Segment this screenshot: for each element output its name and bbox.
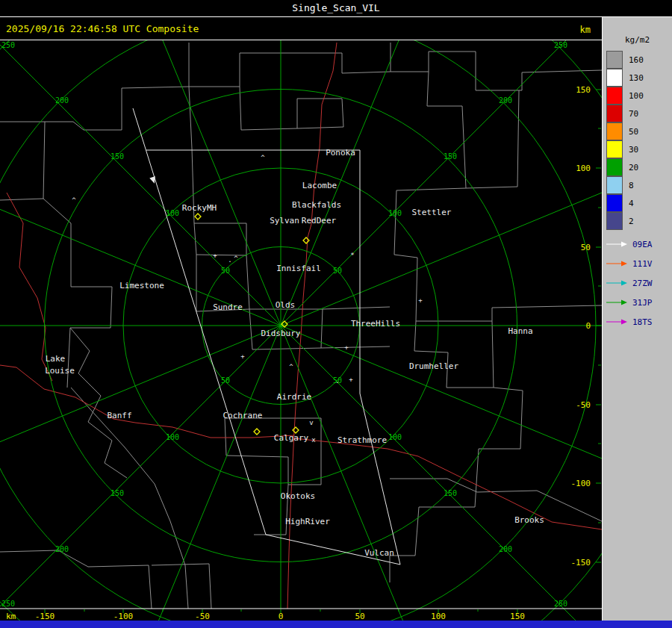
scale-swatch [606,176,623,194]
scale-value: 30 [629,145,638,155]
scale-row: 50 [603,122,672,140]
scale-value: 70 [629,109,638,119]
city-label-innisfail: Innisfail [276,264,321,273]
scale-swatch [606,122,623,140]
scale-row: 130 [603,69,672,87]
city-label-didsbury: Didsbury [261,329,301,338]
ring-label: 100 [166,209,179,217]
right-axis-label: -150 [571,558,591,568]
city-label-strathmore: Strathmore [337,435,387,445]
ring-label: 200 [55,96,69,105]
right-axis-label: 0 [585,321,591,331]
town-marker: * [350,252,354,259]
town-marker: + [349,376,353,383]
ring-label: 50 [221,267,230,275]
scale-row: 100 [603,87,672,105]
town-marker: ^ [234,255,238,262]
scale-row: 70 [603,105,672,122]
bottom-axis-label: -100 [113,612,134,621]
track-legend-row: 27ZW [603,273,672,293]
scale-row: 8 [603,176,672,194]
city-label-ponoka: Ponoka [326,148,355,158]
bottom-axis-unit-label: km [6,612,16,621]
scale-swatch [606,212,623,230]
ring-label: 250 [1,600,15,608]
ring-label: 50 [221,376,230,385]
town-markers: ^ ^ ^ ^ v + + + + + . . * x [72,154,423,444]
bottom-axis-label: 100 [431,612,446,621]
bottom-axis-label: -50 [195,612,210,621]
town-marker: . [335,377,339,385]
town-marker: ^ [72,196,76,204]
station-marker-diamond-icon [303,237,309,243]
track-arrow-icon [606,260,628,267]
scale-swatch [606,51,623,69]
track-arrow-icon [606,299,628,306]
scale-swatch [606,105,623,122]
scale-swatch [606,158,623,176]
track-id-label: 18TS [632,317,653,327]
scale-swatch [606,69,623,87]
track-legend-row: 111V [603,254,672,273]
ring-label: 200 [55,545,69,553]
ring-label: 250 [1,41,15,49]
track-arrow-icon [606,318,628,326]
bottom-axis-label: 0 [279,612,284,621]
station-marker-diamond-icon [293,427,299,433]
ring-label: 150 [444,152,457,161]
color-scale: 160 130 100 70 50 30 20 8 4 2 [603,51,672,230]
city-label-banff: Banff [107,411,131,420]
city-label-brooks: Brooks [514,515,544,525]
bottom-axis-label: 50 [355,612,364,621]
town-marker: . [228,256,231,264]
city-label-blackfalds: Blackfalds [292,200,341,210]
scale-value: 100 [629,91,644,101]
right-axis-label: -100 [571,479,591,488]
scale-row: 160 [603,51,672,69]
radar-map[interactable]: 50 100 150 200 250 50 100 150 200 250 50… [0,40,602,621]
scale-unit-label: kg/m2 [603,35,672,45]
legend-panel: kg/m2 160 130 100 70 50 30 20 8 4 2 09EA… [602,17,672,621]
track-arrow-icon [606,279,628,287]
right-axis-label: 100 [576,164,591,173]
city-label-airdrie: Airdrie [277,392,311,402]
right-axis-unit-label: km [580,25,591,35]
scale-swatch [606,194,623,212]
axis-labels: km -150 -100 -50 0 50 100 150 150 100 50… [6,85,591,621]
bottom-bar [0,621,672,628]
ring-label: 50 [333,267,342,275]
city-label-olds: Olds [276,300,296,310]
ring-label: 150 [111,489,124,497]
city-label-lacombe: Lacombe [302,181,337,190]
scale-value: 20 [629,163,638,172]
city-label-lake: Lake [46,354,66,364]
bottom-axis-label: -150 [35,612,55,621]
city-label-sundre: Sundre [213,302,243,312]
town-marker: x [311,436,316,444]
scale-row: 30 [603,140,672,158]
info-bar: 2025/09/16 22:46:58 UTC Composite km [0,17,602,40]
station-marker-diamond-icon [254,429,260,435]
city-label-cochrane: Cochrane [223,411,263,420]
station-marker-diamond-icon [195,214,201,220]
right-axis-label: 150 [576,85,591,95]
town-marker: + [240,352,245,360]
ring-label: 100 [388,209,402,217]
scale-value: 8 [629,181,634,190]
track-id-label: 111V [632,259,653,269]
city-label-rockymh: RockyMH [182,203,217,213]
town-marker: + [418,296,423,304]
city-label-hanna: Hanna [508,326,532,336]
right-axis-label: 50 [581,243,591,252]
city-label-limestone: Limestone [119,281,164,290]
scale-value: 4 [629,199,634,208]
city-label-calgary: Calgary [274,433,309,443]
city-label-vulcan: Vulcan [364,548,394,558]
city-label-reddeer: RedDeer [302,216,337,226]
ring-label: 250 [554,41,567,49]
ring-label: 200 [499,545,512,553]
track-legend: 09EA 111V 27ZW 31JP 18TS [603,234,672,332]
scale-row: 4 [603,194,672,212]
ring-label: 200 [499,96,512,105]
town-marker: ^ [261,154,265,161]
